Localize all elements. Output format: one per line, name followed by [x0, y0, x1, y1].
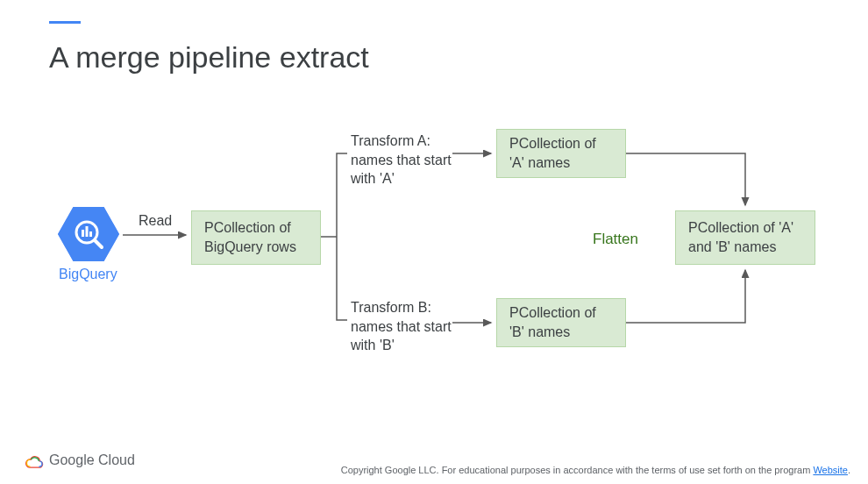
svg-rect-5 — [89, 231, 92, 237]
pcollection-a-box: PCollection of 'A' names — [496, 129, 626, 178]
transform-b-label: Transform B: names that start with 'B' — [351, 298, 456, 355]
website-link[interactable]: Website — [813, 465, 848, 475]
pcollection-rows-box: PCollection of BigQuery rows — [191, 210, 321, 265]
svg-rect-4 — [86, 226, 89, 237]
flatten-label: Flatten — [593, 230, 638, 250]
svg-marker-1 — [58, 207, 119, 261]
bigquery-label: BigQuery — [59, 267, 117, 282]
pcollection-ab-box: PCollection of 'A' and 'B' names — [675, 210, 815, 265]
pcollection-b-box: PCollection of 'B' names — [496, 298, 626, 347]
svg-rect-3 — [82, 230, 84, 237]
google-cloud-logo: Google Cloud — [25, 452, 135, 468]
pcollection-b-text: PCollection of 'B' names — [509, 303, 613, 341]
read-label: Read — [139, 211, 172, 231]
google-cloud-text: Google Cloud — [49, 452, 135, 468]
cloud-icon — [25, 452, 44, 468]
pcollection-rows-text: PCollection of BigQuery rows — [204, 218, 308, 256]
transform-a-label: Transform A: names that start with 'A' — [351, 132, 456, 189]
copyright-text: Copyright Google LLC. For educational pu… — [341, 465, 814, 475]
pcollection-a-text: PCollection of 'A' names — [509, 134, 613, 172]
pipeline-diagram: BigQuery Read PCollection of BigQuery ro… — [0, 0, 868, 484]
footer-copyright: Copyright Google LLC. For educational pu… — [341, 465, 850, 475]
bigquery-icon — [58, 207, 119, 261]
pcollection-ab-text: PCollection of 'A' and 'B' names — [688, 218, 802, 256]
